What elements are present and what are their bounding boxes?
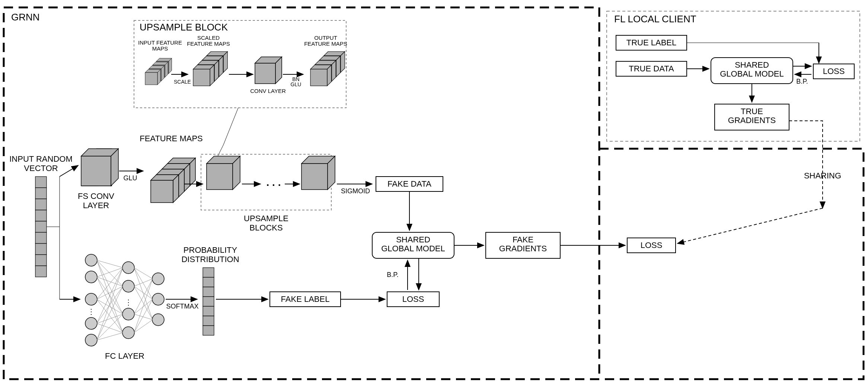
shared-global-bottom-l2: GLOBAL MODEL	[381, 244, 445, 253]
svg-line-91	[97, 260, 123, 333]
svg-line-118	[134, 299, 153, 333]
svg-rect-4	[35, 210, 47, 221]
ub2	[301, 156, 335, 190]
fake-label-text: FAKE LABEL	[281, 294, 330, 304]
svg-point-76	[85, 293, 97, 305]
grnn-title: GRNN	[11, 12, 40, 23]
glu-label: GLU	[123, 174, 137, 182]
shared-global-bottom-l1: SHARED	[396, 235, 430, 244]
fake-gradients-l1: FAKE	[513, 235, 533, 244]
bp-bottom-label: B.P.	[387, 271, 399, 278]
svg-rect-55	[255, 63, 275, 84]
probdist-vector	[203, 268, 214, 335]
softmax-label: SOFTMAX	[166, 303, 198, 310]
svg-text:⋮: ⋮	[125, 298, 132, 306]
svg-rect-67	[310, 69, 327, 86]
probdist-l1: PROBABILITY	[184, 245, 237, 255]
ub-scaled-l2: FEATURE MAPS	[187, 41, 230, 47]
upsample-block-title: UPSAMPLE BLOCK	[140, 22, 228, 33]
true-gradients-l2: GRADIENTS	[728, 116, 776, 125]
svg-rect-3	[35, 199, 47, 210]
svg-line-112	[134, 286, 153, 299]
fc-layer: ⋮ ⋮	[85, 254, 164, 346]
fl-client-title: FL LOCAL CLIENT	[614, 13, 696, 25]
ub-input-l2: MAPS	[152, 45, 168, 52]
curly-connector	[216, 108, 238, 160]
svg-rect-121	[203, 277, 214, 287]
fake-gradients-l2: GRADIENTS	[499, 244, 547, 253]
svg-point-75	[85, 271, 97, 283]
true-data-text: TRUE DATA	[629, 64, 674, 73]
svg-point-81	[122, 280, 134, 292]
loss-bottom-label: LOSS	[402, 294, 424, 304]
svg-rect-1	[35, 177, 47, 188]
svg-point-74	[85, 254, 97, 266]
svg-point-86	[152, 293, 164, 305]
ub-conv-cube	[255, 57, 282, 84]
ub-input-l1: INPUT FEATURE	[138, 39, 182, 46]
svg-rect-125	[203, 316, 214, 326]
dots-label: . . .	[267, 177, 281, 188]
sigmoid-label: SIGMOID	[341, 187, 370, 195]
outer-extension	[599, 149, 864, 379]
svg-rect-7	[35, 243, 47, 255]
ub-input-stack	[145, 58, 172, 85]
svg-rect-5	[35, 221, 47, 232]
svg-point-87	[152, 314, 164, 326]
svg-line-90	[97, 260, 123, 314]
svg-point-80	[122, 262, 134, 274]
svg-line-109	[134, 268, 153, 299]
svg-line-113	[134, 286, 153, 320]
ub-scaled-stack	[193, 52, 227, 86]
svg-line-104	[97, 268, 123, 340]
svg-rect-16	[81, 156, 111, 186]
input-vector-stack	[35, 177, 47, 277]
svg-rect-2	[35, 188, 47, 199]
svg-line-100	[97, 268, 123, 323]
svg-rect-70	[207, 164, 233, 190]
bp-top-label: B.P.	[796, 78, 808, 85]
svg-text:⋮: ⋮	[87, 307, 95, 316]
arrow-sharing-final	[677, 208, 823, 243]
input-vector-label-1: INPUT RANDOM	[9, 154, 73, 164]
shared-global-top-l2: GLOBAL MODEL	[720, 69, 784, 78]
svg-point-77	[85, 317, 97, 329]
ub-conv-label: CONV LAYER	[250, 88, 286, 94]
fs-conv-label-1: FS CONV	[78, 191, 114, 201]
sharing-label: SHARING	[804, 171, 841, 180]
ub-glu-label: GLU	[291, 81, 301, 87]
svg-rect-6	[35, 232, 47, 243]
svg-rect-52	[193, 69, 210, 86]
loss-top-label: LOSS	[823, 67, 845, 76]
ub-output-l2: FEATURE MAPS	[304, 41, 347, 47]
loss-right-label: LOSS	[641, 241, 663, 250]
svg-rect-9	[35, 266, 47, 277]
feature-maps-stack	[151, 158, 195, 203]
true-label-text: TRUE LABEL	[626, 38, 677, 47]
svg-line-117	[134, 279, 153, 333]
ub-output-l1: OUTPUT	[314, 35, 337, 41]
svg-point-85	[152, 273, 164, 285]
svg-rect-122	[203, 287, 214, 297]
svg-line-111	[134, 279, 153, 286]
svg-line-114	[134, 279, 153, 314]
svg-line-119	[134, 320, 153, 333]
svg-line-103	[97, 323, 123, 333]
svg-point-78	[85, 334, 97, 346]
true-gradients-l1: TRUE	[741, 107, 763, 116]
svg-line-97	[97, 286, 123, 299]
feature-maps-label: FEATURE MAPS	[140, 134, 203, 143]
svg-point-82	[122, 308, 134, 320]
svg-rect-8	[35, 255, 47, 266]
fs-conv-label-2: LAYER	[83, 201, 109, 210]
ub-output-stack	[310, 52, 345, 86]
input-vector-label-2: VECTOR	[24, 164, 58, 173]
svg-rect-40	[145, 72, 157, 85]
svg-line-98	[97, 299, 123, 314]
probdist-l2: DISTRIBUTION	[181, 255, 239, 264]
svg-rect-28	[151, 180, 173, 203]
ub-scale-label: SCALE	[174, 79, 191, 85]
fs-conv-cube	[81, 149, 118, 186]
svg-rect-123	[203, 297, 214, 306]
shared-global-top-l1: SHARED	[735, 60, 769, 70]
